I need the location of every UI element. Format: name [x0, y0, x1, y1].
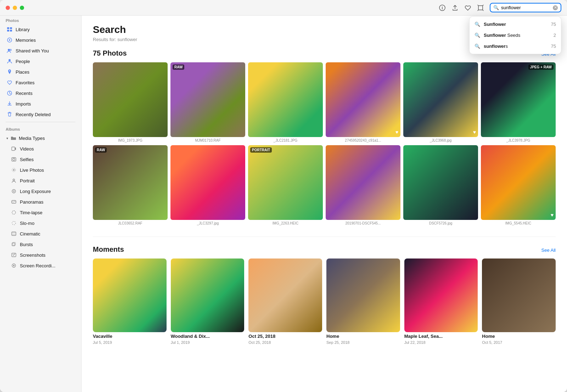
moment-item[interactable]: Oct 25, 2018 Oct 25, 2018: [248, 259, 322, 345]
photo-item[interactable]: _JLC3297.jpg: [170, 145, 245, 225]
svg-rect-0: [7, 27, 9, 29]
sidebar-item-memories[interactable]: Memories: [2, 35, 79, 45]
moment-item[interactable]: Vacaville Jul 5, 2019: [93, 259, 167, 345]
sidebar-item-shared[interactable]: Shared with You: [2, 46, 79, 56]
sidebar-item-longexposure[interactable]: Long Exposure: [2, 186, 79, 196]
sidebar-item-selfies[interactable]: Selfies: [2, 154, 79, 164]
deleted-icon: [6, 111, 13, 118]
heart-icon: ♥: [395, 129, 398, 135]
photo-name: JLC03652.RAF: [93, 221, 168, 225]
sidebar-item-screenrecordings[interactable]: Screen Recordi...: [2, 261, 79, 271]
heart-icon: ♥: [551, 212, 554, 218]
photo-item[interactable]: PORTRAIT IMG_2263.HEIC: [248, 145, 323, 225]
sidebar-item-library[interactable]: Library: [2, 24, 79, 34]
info-button[interactable]: [439, 4, 446, 11]
sidebar-divider: [6, 122, 75, 122]
toolbar: 🔍 ✕: [163, 0, 567, 16]
share-button[interactable]: [451, 4, 459, 11]
svg-point-14: [13, 169, 15, 171]
svg-point-7: [10, 49, 12, 51]
sidebar-item-places[interactable]: Places: [2, 67, 79, 77]
photo-item[interactable]: RAW MJM01710.RAF: [170, 62, 245, 142]
sidebar-item-people[interactable]: People: [2, 56, 79, 66]
app-window: Photos Library Memories: [0, 0, 567, 392]
photo-item[interactable]: JPEG + RAW _JLC3978.JPG: [481, 62, 556, 142]
sidebar-group-mediatypes[interactable]: ▾ Media Types: [2, 133, 79, 143]
dropdown-item-sunflower[interactable]: 🔍 Sunflower 75: [470, 19, 561, 30]
dropdown-item-sunflower-seeds[interactable]: 🔍 Sunflower Seeds 2: [470, 30, 561, 41]
photo-item[interactable]: RAW JLC03652.RAF: [93, 145, 168, 225]
moments-section-title: Moments: [93, 245, 124, 254]
photo-badge: JPEG + RAW: [528, 64, 554, 70]
sidebar-label-timelapse: Time-lapse: [20, 210, 43, 215]
moments-grid: Vacaville Jul 5, 2019 Woodland & Dix... …: [93, 259, 556, 345]
photos-grid: IMG_1973.JPG RAW MJM01710.RAF _JLC2181.J…: [93, 62, 556, 225]
sidebar-item-screenshots[interactable]: Screenshots: [2, 250, 79, 260]
fullscreen-button[interactable]: [20, 6, 24, 10]
moment-item[interactable]: Home Oct 5, 2017: [482, 259, 556, 345]
dropdown-label: Sunflower: [484, 22, 548, 27]
svg-point-8: [9, 59, 11, 61]
photo-item[interactable]: 20190701-DSCF545...: [326, 145, 400, 225]
close-button[interactable]: [6, 6, 10, 10]
sidebar-item-panoramas[interactable]: Panoramas: [2, 197, 79, 207]
timelapse-icon: [11, 209, 17, 216]
photo-item[interactable]: ♥ 27459520243_c91a1...: [326, 62, 400, 142]
photo-thumb: RAW: [93, 145, 168, 220]
moment-thumb: [326, 259, 400, 332]
sidebar-item-bursts[interactable]: Bursts: [2, 239, 79, 249]
library-icon: [6, 26, 13, 33]
photo-item[interactable]: ♥ IMG_5545.HEIC: [481, 145, 556, 225]
crop-button[interactable]: [477, 4, 484, 11]
sidebar-item-imports[interactable]: Imports: [2, 99, 79, 109]
sidebar-label-screenshots: Screenshots: [20, 252, 45, 258]
moment-item[interactable]: Home Sep 25, 2018: [326, 259, 400, 345]
photo-name: IMG_5545.HEIC: [481, 221, 556, 225]
photo-badge: RAW: [173, 64, 184, 70]
photo-thumb: ♥: [403, 62, 478, 137]
sidebar-item-favorites[interactable]: Favorites: [2, 78, 79, 87]
moment-thumb: [482, 259, 556, 332]
main-content: 🔍 ✕ 🔍 Sunflower 75 🔍 Sunflower Seeds 2 🔍…: [82, 0, 567, 392]
moments-see-all-button[interactable]: See All: [541, 248, 556, 253]
sidebar-section-photos: Photos: [0, 16, 81, 24]
svg-rect-27: [13, 242, 16, 245]
sidebar-item-recents[interactable]: Recents: [2, 88, 79, 98]
sidebar-label-cinematic: Cinematic: [20, 231, 40, 237]
sidebar-item-deleted[interactable]: Recently Deleted: [2, 109, 79, 119]
sidebar-label-bursts: Bursts: [20, 242, 33, 247]
svg-point-19: [14, 191, 14, 192]
moments-section-header: Moments See All: [93, 245, 556, 254]
sidebar-item-cinematic[interactable]: Cinematic: [2, 229, 79, 239]
svg-point-22: [12, 221, 16, 225]
sidebar-item-timelapse[interactable]: Time-lapse: [2, 208, 79, 217]
svg-rect-3: [10, 30, 12, 32]
photo-item[interactable]: ♥ _JLC3968.jpg: [403, 62, 478, 142]
live-icon: [11, 167, 17, 173]
moment-item[interactable]: Maple Leaf, Sea... Jul 22, 2018: [404, 259, 478, 345]
sidebar-label-live: Live Photos: [20, 167, 44, 173]
heart-button[interactable]: [464, 4, 471, 11]
search-box[interactable]: 🔍 ✕: [490, 3, 561, 12]
moment-date: Oct 5, 2017: [482, 340, 556, 345]
photo-item[interactable]: DSCF5726.jpg: [403, 145, 478, 225]
moment-thumb: [248, 259, 322, 332]
photo-thumb: [170, 145, 245, 220]
photo-item[interactable]: _JLC2181.JPG: [248, 62, 323, 142]
imports-icon: [6, 101, 13, 107]
moment-thumb: [93, 259, 167, 332]
moment-date: Sep 25, 2018: [326, 340, 400, 345]
sidebar-item-slomo[interactable]: Slo-mo: [2, 218, 79, 228]
sidebar-item-videos[interactable]: Videos: [2, 144, 79, 154]
search-icon: 🔍: [475, 33, 480, 38]
sidebar-label-people: People: [16, 59, 30, 64]
moment-item[interactable]: Woodland & Dix... Jul 1, 2019: [171, 259, 245, 345]
search-input[interactable]: [501, 5, 551, 10]
minimize-button[interactable]: [13, 6, 17, 10]
dropdown-item-sunflowers[interactable]: 🔍 sunflowers 75: [470, 41, 561, 52]
search-clear-button[interactable]: ✕: [553, 5, 558, 10]
photo-item[interactable]: IMG_1973.JPG: [93, 62, 168, 142]
traffic-lights: [6, 6, 24, 10]
sidebar-item-live[interactable]: Live Photos: [2, 165, 79, 175]
sidebar-item-portrait[interactable]: Portrait: [2, 176, 79, 186]
